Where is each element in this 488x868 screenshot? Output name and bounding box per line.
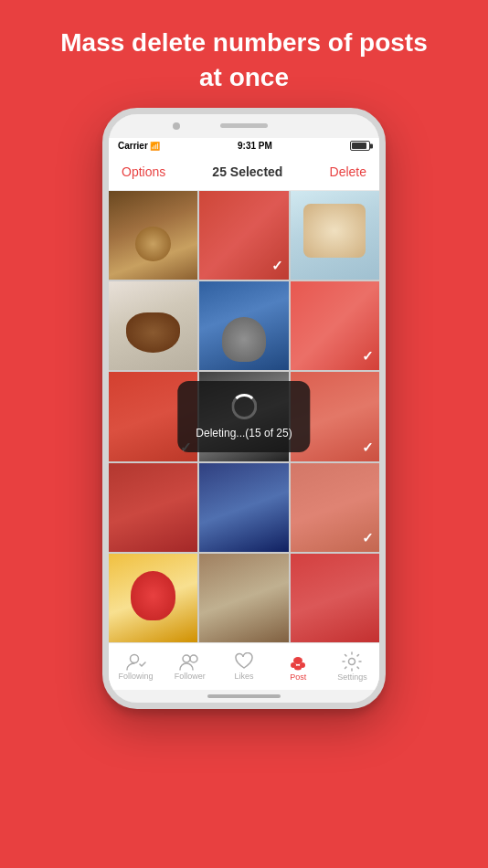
- phone-speaker: [220, 123, 268, 128]
- tab-likes-label: Likes: [235, 672, 254, 681]
- following-icon: [126, 652, 146, 671]
- tab-follower-label: Follower: [175, 672, 206, 681]
- phone-camera: [173, 122, 180, 130]
- tab-likes[interactable]: Likes: [217, 652, 271, 681]
- photo-cell-3[interactable]: [291, 191, 379, 280]
- post-icon: [287, 651, 309, 672]
- phone-top: [109, 114, 379, 138]
- hero-title: Mass delete numbers of posts at once: [55, 26, 433, 95]
- photo-cell-13[interactable]: [109, 554, 197, 642]
- photo-cell-6[interactable]: ✓: [291, 281, 379, 370]
- photo-cell-11[interactable]: [199, 463, 288, 552]
- phone-frame: Carrier 📶 9:31 PM Options 25 Selected De…: [102, 108, 386, 710]
- status-bar: Carrier 📶 9:31 PM: [109, 138, 379, 154]
- photo-cell-12[interactable]: ✓: [291, 463, 379, 552]
- selected-count: 25 Selected: [212, 164, 282, 179]
- svg-point-7: [349, 659, 355, 665]
- tab-follower[interactable]: Follower: [163, 652, 217, 681]
- delete-button[interactable]: Delete: [330, 164, 366, 179]
- app-navbar: Options 25 Selected Delete: [109, 154, 379, 191]
- check-mark-6: ✓: [362, 348, 374, 365]
- carrier-text: Carrier: [118, 141, 148, 151]
- tab-post-label: Post: [290, 672, 306, 682]
- svg-point-1: [183, 655, 190, 662]
- photo-cell-14[interactable]: [199, 554, 288, 642]
- check-mark-9: ✓: [362, 439, 374, 456]
- tab-following-label: Following: [119, 672, 154, 681]
- follower-icon: [179, 652, 201, 671]
- likes-icon: [234, 652, 254, 671]
- photo-cell-15[interactable]: [291, 554, 379, 642]
- photo-grid: ✓: [109, 191, 379, 643]
- phone-wrapper: Carrier 📶 9:31 PM Options 25 Selected De…: [0, 108, 488, 710]
- status-right: [350, 141, 370, 151]
- photo-cell-5[interactable]: [199, 281, 288, 370]
- photo-cell-1[interactable]: [109, 191, 197, 280]
- status-time: 9:31 PM: [238, 141, 272, 151]
- tab-settings[interactable]: Settings: [325, 651, 379, 682]
- hero-section: Mass delete numbers of posts at once: [0, 0, 488, 108]
- loading-overlay: Deleting...(15 of 25): [177, 381, 310, 452]
- home-indicator: [207, 694, 281, 698]
- check-mark-12: ✓: [362, 530, 374, 546]
- svg-point-0: [130, 655, 138, 663]
- check-mark-2: ✓: [271, 258, 283, 274]
- photo-cell-4[interactable]: [109, 281, 197, 370]
- svg-point-6: [294, 666, 302, 671]
- phone-screen: Carrier 📶 9:31 PM Options 25 Selected De…: [109, 138, 379, 691]
- tab-post[interactable]: Post: [271, 651, 325, 682]
- phone-bottom: [109, 690, 379, 703]
- photo-cell-2[interactable]: ✓: [199, 191, 288, 280]
- tab-following[interactable]: Following: [109, 652, 163, 681]
- status-carrier: Carrier 📶: [118, 141, 160, 151]
- svg-point-2: [190, 655, 197, 662]
- spinner: [231, 394, 257, 419]
- battery-icon: [350, 141, 370, 151]
- wifi-icon: 📶: [150, 142, 160, 151]
- loading-text: Deleting...(15 of 25): [196, 427, 292, 439]
- settings-icon: [342, 651, 362, 672]
- tab-settings-label: Settings: [337, 672, 367, 682]
- photo-cell-10[interactable]: [109, 463, 197, 552]
- tab-bar: Following Follower Likes: [109, 642, 379, 690]
- options-button[interactable]: Options: [122, 164, 165, 179]
